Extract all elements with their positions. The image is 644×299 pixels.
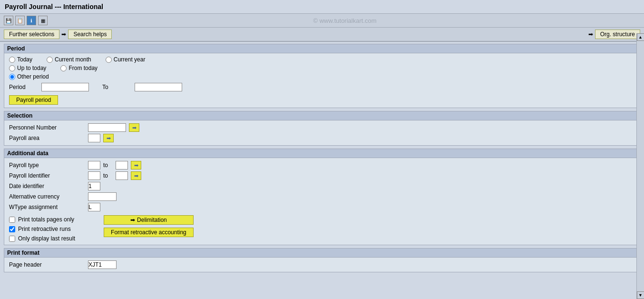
from-today-radio[interactable] (60, 65, 67, 71)
wtype-assignment-row: WType assignment (9, 203, 635, 211)
current-month-label: Current month (55, 56, 91, 63)
save-icon[interactable]: 💾 (4, 16, 13, 25)
info-icon[interactable]: ℹ (27, 16, 36, 25)
print-retroactive-checkbox[interactable] (9, 226, 15, 232)
alternative-currency-input[interactable] (88, 192, 117, 201)
date-identifier-label: Date identifier (9, 183, 85, 189)
payroll-area-select-btn[interactable]: ➡ (103, 134, 114, 142)
alternative-currency-row: Alternative currency (9, 192, 635, 201)
from-today-radio-label[interactable]: From today (60, 65, 98, 71)
page-header-input[interactable] (88, 260, 117, 269)
action-buttons-col: ➡ Delimitation Format retroactive accoun… (104, 215, 194, 237)
payroll-identifier-to-input[interactable] (116, 171, 128, 180)
payroll-area-label: Payroll area (9, 135, 85, 141)
wtype-assignment-input[interactable] (88, 203, 100, 211)
selection-body: Personnel Number ➡ Payroll area ➡ (4, 120, 640, 145)
today-radio[interactable] (9, 57, 15, 63)
additional-section: Additional data Payroll type to ➡ Payrol… (4, 149, 640, 245)
only-display-text: Only display last result (18, 235, 75, 242)
payroll-identifier-label: Payroll Identifier (9, 172, 85, 179)
org-structure-tab[interactable]: Org. structure (595, 30, 640, 39)
print-format-section: Print format Page header (4, 248, 640, 272)
current-year-radio-label[interactable]: Current year (106, 56, 146, 63)
period-field-label: Period (9, 84, 38, 90)
current-month-radio-label[interactable]: Current month (47, 56, 91, 63)
current-month-radio[interactable] (47, 57, 53, 63)
print-retroactive-label[interactable]: Print retroactive runs (9, 226, 75, 232)
delimitation-icon: ➡ (130, 217, 135, 223)
period-header: Period (4, 44, 640, 53)
current-year-radio[interactable] (106, 57, 112, 63)
format-retroactive-button[interactable]: Format retroactive accounting (104, 228, 194, 237)
personnel-number-input[interactable] (88, 123, 126, 132)
personnel-number-row: Personnel Number ➡ (9, 123, 635, 132)
period-section: Period Today Current month Current year (4, 44, 640, 108)
checkboxes-col: Print totals pages only Print retroactiv… (9, 215, 75, 242)
filter-icon[interactable]: ▦ (38, 16, 48, 25)
print-totals-label[interactable]: Print totals pages only (9, 216, 75, 223)
period-radio-row-1: Today Current month Current year (9, 56, 635, 63)
wtype-assignment-label: WType assignment (9, 204, 85, 210)
today-label: Today (17, 56, 32, 63)
org-structure-label: Org. structure (600, 31, 635, 38)
search-helps-tab[interactable]: Search helps (68, 30, 112, 39)
period-input-row: Period To (9, 83, 635, 91)
period-from-input[interactable] (41, 83, 89, 91)
scroll-up-arrow[interactable]: ▲ (637, 33, 644, 41)
payroll-type-input[interactable] (88, 161, 100, 169)
title-bar: Payroll Journal --- International (0, 0, 644, 14)
from-today-label: From today (68, 65, 98, 71)
copy-icon[interactable]: 📋 (15, 16, 25, 25)
payroll-identifier-select-btn[interactable]: ➡ (131, 171, 141, 180)
payroll-identifier-to: to (103, 172, 113, 179)
payroll-type-select-btn[interactable]: ➡ (131, 161, 141, 169)
tab-bar: Further selections ➡ Search helps ➡ Org.… (0, 28, 644, 42)
scrollbar: ▲ ▼ (636, 33, 644, 293)
only-display-label[interactable]: Only display last result (9, 235, 75, 242)
payroll-identifier-input[interactable] (88, 171, 100, 180)
main-content: Period Today Current month Current year (0, 42, 644, 293)
up-to-today-label: Up to today (17, 65, 46, 71)
up-to-today-radio-label[interactable]: Up to today (9, 65, 46, 71)
payroll-identifier-row: Payroll Identifier to ➡ (9, 171, 635, 180)
arrow-icon-1: ➡ (61, 31, 66, 38)
payroll-type-to-input[interactable] (116, 161, 128, 169)
payroll-type-to: to (103, 162, 113, 169)
other-period-radio-label[interactable]: Other period (9, 73, 49, 80)
today-radio-label[interactable]: Today (9, 56, 32, 63)
further-selections-tab[interactable]: Further selections (4, 30, 59, 39)
payroll-area-input[interactable] (88, 134, 100, 142)
delimitation-label: Delimitation (137, 217, 167, 223)
arrow-icon-2: ➡ (588, 31, 593, 38)
delimitation-button[interactable]: ➡ Delimitation (104, 215, 194, 225)
selection-section: Selection Personnel Number ➡ Payroll are… (4, 111, 640, 146)
personnel-number-select-btn[interactable]: ➡ (129, 123, 139, 132)
toolbar: 💾 📋 ℹ ▦ © www.tutorialkart.com (0, 14, 644, 28)
print-format-header: Print format (4, 249, 640, 258)
further-selections-label: Further selections (9, 31, 54, 38)
period-to-input[interactable] (135, 83, 182, 91)
date-identifier-input[interactable] (88, 182, 100, 190)
period-radio-row-3: Other period (9, 73, 635, 80)
additional-body: Payroll type to ➡ Payroll Identifier to … (4, 158, 640, 245)
up-to-today-radio[interactable] (9, 65, 15, 71)
watermark: © www.tutorialkart.com (49, 17, 640, 24)
search-helps-label: Search helps (73, 31, 107, 38)
payroll-type-row: Payroll type to ➡ (9, 161, 635, 169)
print-format-body: Page header (4, 258, 640, 272)
only-display-checkbox[interactable] (9, 236, 15, 242)
payroll-period-button[interactable]: Payroll period (9, 95, 58, 105)
print-retroactive-text: Print retroactive runs (18, 226, 71, 232)
current-year-label: Current year (114, 56, 146, 63)
print-totals-checkbox[interactable] (9, 217, 15, 223)
payroll-area-row: Payroll area ➡ (9, 134, 635, 142)
payroll-type-label: Payroll type (9, 162, 85, 169)
page-header-label: Page header (9, 261, 85, 268)
period-radio-row-2: Up to today From today (9, 65, 635, 71)
personnel-number-label: Personnel Number (9, 124, 85, 131)
app-title: Payroll Journal --- International (5, 3, 103, 10)
other-period-radio[interactable] (9, 74, 15, 80)
selection-header: Selection (4, 111, 640, 120)
print-totals-text: Print totals pages only (18, 216, 74, 223)
scroll-down-arrow[interactable]: ▼ (637, 291, 644, 293)
